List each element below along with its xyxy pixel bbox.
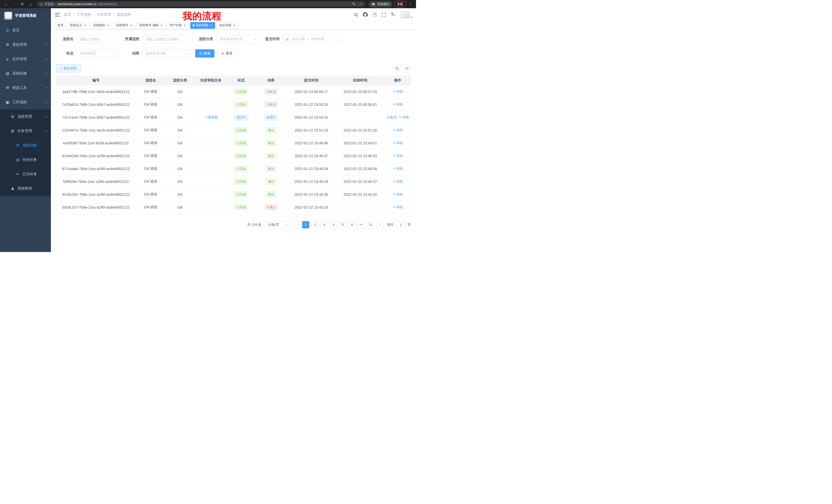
detail-link[interactable]: ✎详情 (393, 103, 402, 106)
current-task-link[interactable]: 一级审批 (204, 115, 218, 119)
tab-process-model[interactable]: 流程模型 × (90, 22, 112, 29)
detail-link[interactable]: ✎详情 (393, 154, 402, 158)
tab-start-process[interactable]: 发起流程 × (217, 22, 238, 29)
cancel-link[interactable]: ⊘取消 (387, 115, 396, 119)
sidebar-item-system[interactable]: ⚙ 系统管理 ∨ (0, 37, 51, 52)
tab-user-group[interactable]: 用户分组 × (167, 22, 189, 29)
col-status: 状态 (227, 76, 255, 85)
breadcrumb-task-mgmt: 任务管理 (97, 12, 111, 17)
page-button[interactable]: 2 (311, 221, 318, 228)
status-select[interactable]: 请选择状态 ∨ (77, 49, 119, 58)
close-icon[interactable]: × (160, 24, 163, 27)
detail-link[interactable]: ✎详情 (393, 167, 402, 171)
github-icon[interactable] (363, 12, 368, 17)
process-name-input[interactable] (77, 35, 119, 43)
incognito-badge: 无痕模式 (368, 1, 392, 7)
category-label: 流程分类 (193, 37, 216, 41)
sidebar-item-home[interactable]: ⊙ 首页 (0, 23, 51, 37)
result-select[interactable]: 请选择流结果 ∨ (142, 49, 193, 58)
detail-link[interactable]: ✎详情 (393, 128, 402, 132)
page-button[interactable]: 5 (339, 221, 346, 228)
goto-page-input[interactable] (395, 221, 406, 228)
key-icon[interactable] (352, 2, 356, 6)
detail-link[interactable]: ✎详情 (393, 90, 402, 93)
close-icon[interactable]: × (83, 24, 87, 27)
browser-reload-button[interactable]: ↻ (19, 1, 26, 7)
reset-button[interactable]: ↻ 重置 (217, 49, 237, 58)
tab-my-process[interactable]: 我的流程 × (190, 22, 215, 29)
page-button[interactable]: 1 (302, 221, 309, 228)
chevron-down-icon: ∨ (45, 72, 47, 75)
sidebar-item-infra[interactable]: ▤ 基础设施 ∨ (0, 66, 51, 81)
detail-link[interactable]: ✎详情 (393, 205, 402, 209)
search-button[interactable]: 搜索 (195, 49, 214, 58)
breadcrumb-home[interactable]: 首页 (64, 12, 71, 17)
refresh-table-button[interactable]: ↻ (404, 65, 411, 72)
bookmark-star-icon[interactable]: ☆ (359, 2, 362, 6)
browser-home-button[interactable]: ⌂ (27, 1, 34, 7)
tab-process-form-edit[interactable]: 流程表单-编辑 × (137, 22, 165, 29)
close-icon[interactable]: × (183, 24, 186, 27)
submit-time-range-picker[interactable]: ▦ 开始日期 - 结束日期 (283, 35, 343, 43)
chevron-down-icon: ∨ (45, 86, 47, 89)
close-icon[interactable]: × (210, 24, 213, 27)
category-select[interactable]: 请选择流程分类 ∨ (216, 35, 259, 43)
font-size-icon[interactable]: TT (391, 12, 395, 17)
sidebar-item-my-process[interactable]: ✉ 我的流程 (0, 138, 51, 152)
result-badge: 通过 (265, 140, 277, 146)
detail-link[interactable]: ✎详情 (393, 179, 402, 184)
tab-process-form[interactable]: 流程表单 × (114, 22, 135, 29)
search-icon[interactable] (354, 12, 358, 17)
sidebar-item-workflow[interactable]: ▣ 工作流程 ∧ (0, 95, 51, 109)
page-size-select[interactable]: 10条/页 ∨ (265, 221, 291, 228)
close-icon[interactable]: × (130, 24, 133, 27)
more-pages-button[interactable]: ••• (358, 221, 365, 228)
sidebar-item-task-mgmt[interactable]: ⊞ 任务管理 ∧ (0, 124, 51, 138)
show-search-button[interactable] (393, 65, 400, 72)
browser-forward-button[interactable]: → (11, 1, 18, 7)
next-page-button[interactable]: › (376, 221, 383, 228)
address-divider (56, 3, 56, 6)
browser-update-button[interactable]: 更新 (394, 1, 406, 7)
detail-link[interactable]: ✎详情 (393, 141, 402, 145)
sidebar-item-todo-tasks[interactable]: ◎ 待办任务 (0, 152, 51, 167)
sidebar-item-devtools[interactable]: ⚒ 研发工具 ∨ (0, 81, 51, 95)
user-avatar-menu[interactable]: ▾ (400, 11, 412, 19)
browser-menu-icon[interactable]: ⋮ (408, 2, 413, 6)
prev-page-button[interactable]: ‹ (293, 221, 300, 228)
page-button[interactable]: 11 (367, 221, 374, 228)
page-button[interactable]: 3 (321, 221, 328, 228)
parent-process-input[interactable] (142, 35, 193, 43)
address-bar[interactable]: ⚠ 不安全 dashboard.yudao.iocoder.cn /bpm/ta… (37, 1, 365, 7)
gear-icon: ⚙ (5, 43, 10, 47)
close-icon[interactable]: × (233, 24, 236, 27)
browser-back-button[interactable]: ← (3, 1, 9, 7)
result-badge: 不通过 (264, 204, 278, 211)
col-process-name: 流程名 (136, 76, 165, 85)
help-icon[interactable]: ? (372, 12, 377, 17)
chevron-down-icon: ∨ (45, 115, 47, 118)
detail-link[interactable]: ✎详情 (393, 192, 402, 196)
tab-process-definition[interactable]: 流程定义 × (67, 22, 89, 29)
start-process-button[interactable]: + 发起流程 (56, 64, 81, 73)
col-submit-time: 提交时间 (287, 76, 336, 85)
close-icon[interactable]: × (106, 24, 110, 27)
page-button[interactable]: 4 (330, 221, 337, 228)
detail-link[interactable]: ✎详情 (399, 115, 409, 119)
chevron-up-icon: ∧ (45, 101, 47, 104)
app-title: 芋道管理系统 (15, 13, 36, 18)
tab-home[interactable]: 首页 (55, 22, 66, 29)
sidebar-item-done-tasks[interactable]: ✂ 已办任务 (0, 167, 51, 181)
sidebar-item-leave-query[interactable]: ♟ 请假查询 (0, 181, 51, 196)
sidebar-toggle-icon[interactable] (55, 12, 60, 17)
page-button[interactable]: 6 (348, 221, 356, 228)
avatar (400, 11, 410, 19)
col-id: 编号 (56, 76, 136, 85)
security-label[interactable]: 不安全 (45, 2, 54, 6)
fullscreen-icon[interactable] (382, 12, 386, 17)
sidebar-item-payment[interactable]: ¥ 支付管理 ∨ (0, 52, 51, 66)
server-icon: ▤ (5, 71, 10, 76)
app-logo[interactable]: 芋道管理系统 (0, 8, 51, 23)
caret-down-icon: ∨ (254, 37, 256, 41)
sidebar-item-process-mgmt[interactable]: ≣ 流程管理 ∨ (0, 109, 51, 124)
